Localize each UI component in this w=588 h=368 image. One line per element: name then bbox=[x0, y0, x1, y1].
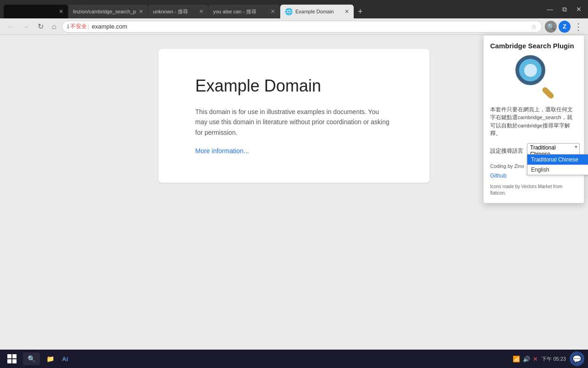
page-title: Example Domain bbox=[195, 76, 393, 96]
option-english[interactable]: English bbox=[527, 165, 588, 175]
extension-footer: Icons made by Vectors Market from flatic… bbox=[490, 184, 577, 196]
new-tab-button[interactable]: + bbox=[354, 5, 367, 18]
forward-button[interactable]: → bbox=[19, 21, 32, 33]
main-content-area: Example Domain This domain is for use in… bbox=[0, 35, 588, 350]
home-button[interactable]: ⌂ bbox=[49, 21, 59, 33]
taskbar: 🔍 📁 Ai 📶 🔊 ✕ 下午 05:23 💬 bbox=[0, 350, 588, 368]
tab-2-close[interactable]: ✕ bbox=[139, 8, 143, 15]
domain-card: Example Domain This domain is for use in… bbox=[158, 49, 430, 183]
chat-icon[interactable]: 💬 bbox=[570, 351, 584, 366]
back-button[interactable]: ← bbox=[4, 21, 17, 33]
magnifier-circle bbox=[515, 55, 545, 85]
window-controls: — ⧉ ✕ bbox=[540, 5, 584, 14]
windows-logo-icon bbox=[7, 354, 17, 363]
magnifier-icon bbox=[511, 54, 557, 100]
language-select-wrapper[interactable]: Traditional Chinese Traditional Chinese … bbox=[527, 143, 580, 159]
address-bar-row: ← → ↻ ⌂ ℹ 不安全 | example.com ☆ 🔍 Z ⋮ bbox=[0, 18, 588, 35]
separator: | bbox=[88, 23, 89, 30]
taskbar-ai-label[interactable]: Ai bbox=[60, 356, 70, 362]
tab-4-label: you alse can - 搜尋 bbox=[213, 8, 268, 15]
search-icon: 🔍 bbox=[28, 355, 35, 362]
system-tray-icons: 📶 🔊 ✕ bbox=[513, 356, 538, 362]
option-traditional-chinese[interactable]: Traditional Chinese bbox=[527, 155, 588, 165]
extension-title: Cambridge Search Plugin bbox=[490, 42, 577, 50]
tab-5-label: Example Domain bbox=[295, 9, 342, 14]
toolbar-right: 🔍 Z ⋮ bbox=[545, 21, 584, 33]
page-description: This domain is for use in illustrative e… bbox=[195, 107, 393, 138]
language-dropdown: Traditional Chinese English bbox=[527, 154, 588, 175]
reload-button[interactable]: ↻ bbox=[35, 20, 46, 33]
language-selector-row: 設定搜尋語言 Traditional Chinese Traditional C… bbox=[490, 143, 577, 159]
magnifier-handle bbox=[541, 86, 555, 100]
more-info-link[interactable]: More information... bbox=[195, 147, 249, 155]
browser-titlebar: ✕ linzion/cambridge_search_p ✕ unknown -… bbox=[0, 0, 588, 18]
tab-3-close[interactable]: ✕ bbox=[199, 8, 204, 15]
tab-3[interactable]: unknown - 搜尋 ✕ bbox=[148, 5, 208, 18]
profile-button[interactable]: Z bbox=[559, 21, 571, 33]
coding-by-text: Coding by Zino bbox=[490, 163, 524, 169]
minimize-button[interactable]: — bbox=[544, 5, 556, 14]
extension-popup: Cambridge Search Plugin 本套件只要在網頁上，選取任何文字… bbox=[483, 35, 584, 203]
clock: 下午 05:23 bbox=[542, 356, 566, 362]
close-button[interactable]: ✕ bbox=[573, 5, 584, 14]
magnifier-lens-reflection bbox=[524, 64, 537, 77]
taskbar-files-icon[interactable]: 📁 bbox=[43, 351, 57, 366]
url-display: example.com bbox=[92, 23, 528, 30]
taskbar-search-box[interactable]: 🔍 bbox=[23, 352, 40, 365]
volume-icon: 🔊 bbox=[523, 356, 530, 362]
secure-label: 不安全 bbox=[70, 23, 87, 30]
menu-button[interactable]: ⋮ bbox=[572, 21, 584, 33]
secure-badge: ℹ 不安全 | bbox=[67, 23, 89, 30]
time-display: 下午 05:23 bbox=[542, 356, 566, 362]
info-icon: ℹ bbox=[67, 23, 69, 30]
search-button[interactable]: 🔍 bbox=[545, 21, 557, 33]
tab-2[interactable]: linzion/cambridge_search_p ✕ bbox=[68, 5, 148, 18]
network-icon: 📶 bbox=[513, 356, 520, 362]
taskbar-right-area: 📶 🔊 ✕ 下午 05:23 💬 bbox=[513, 351, 584, 366]
tab-4[interactable]: you alse can - 搜尋 ✕ bbox=[209, 5, 280, 18]
language-label: 設定搜尋語言 bbox=[490, 147, 523, 155]
address-bar[interactable]: ℹ 不安全 | example.com ☆ bbox=[62, 21, 542, 33]
error-icon: ✕ bbox=[533, 356, 538, 362]
tab-bar: ✕ linzion/cambridge_search_p ✕ unknown -… bbox=[4, 0, 538, 18]
extension-logo-area bbox=[490, 54, 577, 100]
tab-1-close[interactable]: ✕ bbox=[59, 8, 63, 15]
tab-3-label: unknown - 搜尋 bbox=[153, 8, 196, 15]
tab-5-close[interactable]: ✕ bbox=[345, 8, 349, 15]
tab-4-close[interactable]: ✕ bbox=[271, 8, 275, 15]
tab-2-label: linzion/cambridge_search_p bbox=[73, 9, 136, 14]
tab-5-active[interactable]: 🌐 Example Domain ✕ bbox=[280, 5, 354, 18]
start-button[interactable] bbox=[4, 351, 20, 367]
extension-description: 本套件只要在網頁上，選取任何文字右鍵點選cambridge_search，就可以… bbox=[490, 106, 577, 138]
bookmark-icon[interactable]: ☆ bbox=[531, 23, 537, 30]
maximize-button[interactable]: ⧉ bbox=[560, 5, 570, 14]
tab-1[interactable]: ✕ bbox=[4, 5, 68, 18]
